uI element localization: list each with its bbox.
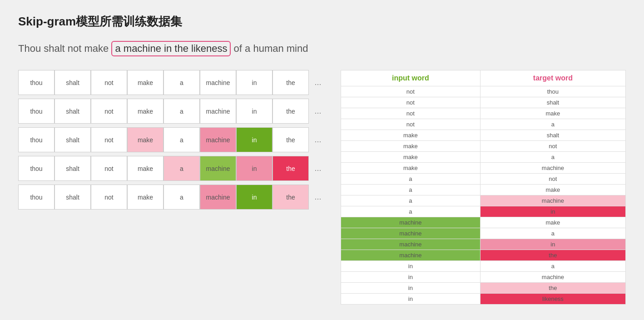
table-row: inmachine xyxy=(341,272,626,283)
table-row: makeshalt xyxy=(341,130,626,141)
word-cell: make xyxy=(127,185,163,210)
word-cell: in xyxy=(236,185,272,210)
word-cell: a xyxy=(163,127,200,152)
word-cell: the xyxy=(272,70,309,95)
word-cell: shalt xyxy=(54,127,91,152)
word-cell: thou xyxy=(18,156,54,181)
word-cell: a xyxy=(163,156,200,181)
word-cell: machine xyxy=(200,185,236,210)
sentence-highlighted: a machine in the likeness xyxy=(111,41,231,56)
table-row: notmake xyxy=(341,108,626,119)
input-word-cell: a xyxy=(341,174,481,185)
target-word-cell: machine xyxy=(480,272,625,283)
target-word-cell: a xyxy=(480,228,625,239)
word-cell: a xyxy=(163,99,200,124)
word-cell: the xyxy=(272,99,309,124)
table-row: machinemake xyxy=(341,217,626,228)
target-word-cell: a xyxy=(480,261,625,272)
word-row: thoushaltnotmakeamachineinthe... xyxy=(18,99,327,124)
word-cell: machine xyxy=(200,156,236,181)
target-word-cell: the xyxy=(480,283,625,294)
table-row: machinethe xyxy=(341,250,626,261)
target-word-cell: thou xyxy=(480,86,625,97)
table-row: anot xyxy=(341,174,626,185)
word-cell: the xyxy=(272,127,309,152)
input-word-cell: not xyxy=(341,119,481,130)
word-cell: thou xyxy=(18,185,54,210)
table-row: ina xyxy=(341,261,626,272)
word-cell: a xyxy=(163,70,200,95)
table-row: makenot xyxy=(341,141,626,152)
word-cell: make xyxy=(127,70,163,95)
word-cell: a xyxy=(163,185,200,210)
input-word-cell: not xyxy=(341,108,481,119)
word-cell: machine xyxy=(200,99,236,124)
table-row: inthe xyxy=(341,283,626,294)
rows-section: thoushaltnotmakeamachineinthe...thoushal… xyxy=(18,70,327,305)
word-cell: in xyxy=(236,127,272,152)
word-cell: in xyxy=(236,99,272,124)
target-word-cell: likeness xyxy=(480,294,625,305)
target-word-cell: make xyxy=(480,108,625,119)
target-word-cell: a xyxy=(480,152,625,163)
input-word-cell: in xyxy=(341,283,481,294)
table-row: notthou xyxy=(341,86,626,97)
word-cell: in xyxy=(236,70,272,95)
word-cell: make xyxy=(127,127,163,152)
word-cell: the xyxy=(272,185,309,210)
word-row: thoushaltnotmakeamachineinthe... xyxy=(18,156,327,181)
word-cell: in xyxy=(236,156,272,181)
word-cell: shalt xyxy=(54,99,91,124)
input-word-cell: not xyxy=(341,86,481,97)
word-cell: not xyxy=(91,127,127,152)
table-row: machinein xyxy=(341,239,626,250)
table-row: makemachine xyxy=(341,163,626,174)
input-word-cell: machine xyxy=(341,217,481,228)
dots-cell: ... xyxy=(309,127,327,152)
table-row: notshalt xyxy=(341,97,626,108)
input-word-cell: a xyxy=(341,206,481,217)
table-row: inlikeness xyxy=(341,294,626,305)
word-row: thoushaltnotmakeamachineinthe... xyxy=(18,185,327,210)
main-container: Skip-gram模型所需训练数据集 Thou shalt not make a… xyxy=(0,0,644,318)
table-row: amake xyxy=(341,185,626,195)
target-word-cell: the xyxy=(480,250,625,261)
word-cell: not xyxy=(91,156,127,181)
word-cell: thou xyxy=(18,70,54,95)
page-title: Skip-gram模型所需训练数据集 xyxy=(18,14,626,30)
table-section: input word target word notthounotshaltno… xyxy=(341,70,626,305)
word-cell: machine xyxy=(200,127,236,152)
input-word-cell: a xyxy=(341,185,481,195)
content-area: thoushaltnotmakeamachineinthe...thoushal… xyxy=(18,70,626,305)
word-cell: shalt xyxy=(54,156,91,181)
sentence-suffix: of a human mind xyxy=(231,43,308,54)
input-word-cell: make xyxy=(341,163,481,174)
target-word-cell: in xyxy=(480,239,625,250)
table-row: makea xyxy=(341,152,626,163)
dots-cell: ... xyxy=(309,70,327,95)
word-row: thoushaltnotmakeamachineinthe... xyxy=(18,70,327,95)
target-word-cell: make xyxy=(480,217,625,228)
word-cell: thou xyxy=(18,99,54,124)
word-cell: shalt xyxy=(54,185,91,210)
table-row: amachine xyxy=(341,195,626,206)
input-word-cell: make xyxy=(341,152,481,163)
target-word-cell: shalt xyxy=(480,130,625,141)
sentence-display: Thou shalt not make a machine in the lik… xyxy=(18,41,626,56)
table-row: machinea xyxy=(341,228,626,239)
dots-cell: ... xyxy=(309,185,327,210)
input-word-cell: in xyxy=(341,261,481,272)
word-cell: thou xyxy=(18,127,54,152)
input-word-cell: machine xyxy=(341,250,481,261)
word-cell: not xyxy=(91,70,127,95)
input-word-cell: machine xyxy=(341,228,481,239)
word-row: thoushaltnotmakeamachineinthe... xyxy=(18,127,327,152)
col-header-target: target word xyxy=(480,70,625,86)
input-word-cell: a xyxy=(341,195,481,206)
target-word-cell: not xyxy=(480,141,625,152)
word-cell: not xyxy=(91,185,127,210)
input-word-cell: make xyxy=(341,141,481,152)
word-cell: machine xyxy=(200,70,236,95)
target-word-cell: not xyxy=(480,174,625,185)
sentence-prefix: Thou shalt not make xyxy=(18,43,111,54)
